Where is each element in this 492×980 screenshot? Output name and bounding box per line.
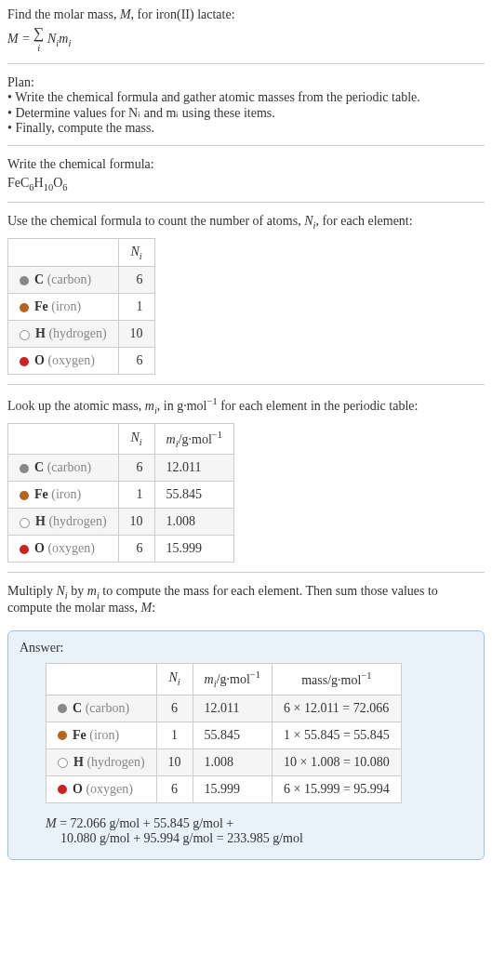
empty-header xyxy=(47,664,157,695)
carbon-dot-icon xyxy=(20,464,29,473)
count-intro: Use the chemical formula to count the nu… xyxy=(7,214,485,231)
chem-formula-section: Write the chemical formula: FeC6H10O6 xyxy=(7,157,485,203)
plan-title: Plan: xyxy=(7,75,485,90)
hydrogen-dot-icon xyxy=(20,518,30,528)
table-row: C (carbon) 6 12.011 6 × 12.011 = 72.066 xyxy=(47,695,402,722)
final-result: M = 72.066 g/mol + 55.845 g/mol + 10.080… xyxy=(46,816,472,846)
oxygen-dot-icon xyxy=(58,785,67,794)
oxygen-dot-icon xyxy=(20,357,29,366)
chem-formula: FeC6H10O6 xyxy=(7,176,485,192)
plan-item: • Determine values for Nᵢ and mᵢ using t… xyxy=(7,105,485,121)
answer-box: Answer: Ni mi/g·mol−1 mass/g·mol−1 C (ca… xyxy=(7,630,485,859)
plan-section: Plan: • Write the chemical formula and g… xyxy=(7,75,485,146)
table-row: H (hydrogen) 10 1.008 xyxy=(8,509,234,536)
oxygen-dot-icon xyxy=(20,545,29,554)
ni-header: Ni xyxy=(156,664,193,695)
mass-intro: Look up the atomic mass, mi, in g·mol−1 … xyxy=(7,396,485,415)
count-table: Ni C (carbon) 6 Fe (iron) 1 H (hydrogen)… xyxy=(7,238,155,376)
table-row: Fe (iron) 1 55.845 xyxy=(8,482,234,509)
carbon-dot-icon xyxy=(58,704,67,713)
table-row: O (oxygen) 6 xyxy=(8,348,155,375)
intro-section: Find the molar mass, M, for iron(II) lac… xyxy=(7,7,485,64)
intro-line: Find the molar mass, M, for iron(II) lac… xyxy=(7,7,485,22)
plan-item: • Write the chemical formula and gather … xyxy=(7,90,485,105)
mass-section: Look up the atomic mass, mi, in g·mol−1 … xyxy=(7,396,485,573)
mi-header: mi/g·mol−1 xyxy=(154,423,233,454)
ni-header: Ni xyxy=(118,238,154,267)
answer-title: Answer: xyxy=(20,641,472,656)
table-row: H (hydrogen) 10 1.008 10 × 1.008 = 10.08… xyxy=(47,748,402,775)
table-header-row: Ni xyxy=(8,238,155,267)
mi-header: mi/g·mol−1 xyxy=(193,664,272,695)
multiply-text: Multiply Ni by mi to compute the mass fo… xyxy=(7,584,485,616)
molar-mass-formula: M = ∑ i Nimi xyxy=(7,26,485,54)
ni-header: Ni xyxy=(118,423,154,454)
empty-header xyxy=(8,423,119,454)
iron-dot-icon xyxy=(58,731,67,740)
hydrogen-dot-icon xyxy=(58,758,68,768)
mass-header: mass/g·mol−1 xyxy=(272,664,401,695)
iron-dot-icon xyxy=(20,303,29,312)
iron-dot-icon xyxy=(20,491,29,500)
table-row: Fe (iron) 1 xyxy=(8,294,155,321)
table-header-row: Ni mi/g·mol−1 xyxy=(8,423,234,454)
table-row: Fe (iron) 1 55.845 1 × 55.845 = 55.845 xyxy=(47,722,402,748)
carbon-dot-icon xyxy=(20,276,29,285)
table-row: H (hydrogen) 10 xyxy=(8,321,155,348)
multiply-section: Multiply Ni by mi to compute the mass fo… xyxy=(7,584,485,625)
table-row: C (carbon) 6 xyxy=(8,267,155,294)
answer-table: Ni mi/g·mol−1 mass/g·mol−1 C (carbon) 6 … xyxy=(46,663,402,802)
chem-formula-title: Write the chemical formula: xyxy=(7,157,485,172)
table-header-row: Ni mi/g·mol−1 mass/g·mol−1 xyxy=(47,664,402,695)
table-row: O (oxygen) 6 15.999 6 × 15.999 = 95.994 xyxy=(47,775,402,802)
table-row: C (carbon) 6 12.011 xyxy=(8,455,234,482)
count-section: Use the chemical formula to count the nu… xyxy=(7,214,485,386)
hydrogen-dot-icon xyxy=(20,330,30,340)
mass-table: Ni mi/g·mol−1 C (carbon) 6 12.011 Fe (ir… xyxy=(7,423,234,563)
empty-header xyxy=(8,238,119,267)
plan-item: • Finally, compute the mass. xyxy=(7,121,485,136)
table-row: O (oxygen) 6 15.999 xyxy=(8,536,234,563)
